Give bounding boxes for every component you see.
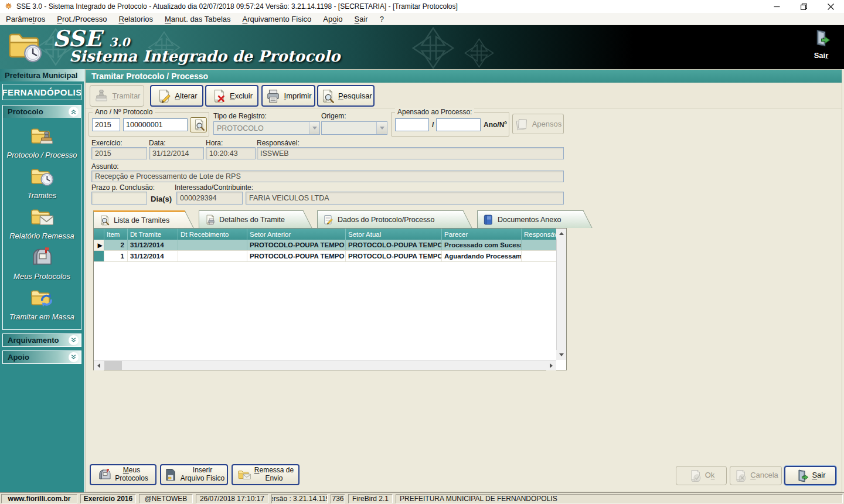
- sidebar-item-meus-protocolos[interactable]: Meus Protocolos: [3, 243, 81, 283]
- dias-label: Dia(s): [151, 195, 172, 203]
- table-row[interactable]: ▶ 2 31/12/2014 PROTOCOLO-POUPA TEMPO PRO…: [94, 240, 556, 251]
- document-magnifier-icon: [98, 214, 110, 226]
- scroll-right-arrow-icon[interactable]: [546, 360, 556, 370]
- sidebar: Prefeitura Municipal FERNANDÓPOLIS Proto…: [0, 69, 85, 492]
- numero-protocolo-input[interactable]: [123, 118, 188, 131]
- scroll-up-arrow-icon[interactable]: [556, 229, 566, 239]
- tipo-registro-select[interactable]: PROTOCOLO: [213, 121, 320, 135]
- apensado-group: Apensado ao Processo: / Ano/Nº: [391, 112, 509, 137]
- menu-prot-processo[interactable]: Prot./Processo: [51, 13, 113, 25]
- double-chevron-down-icon: [70, 336, 77, 344]
- column-header-item[interactable]: Item: [104, 229, 128, 240]
- column-header-setor-anterior[interactable]: Setor Anterior: [247, 229, 346, 240]
- document-red-x-icon: [211, 88, 226, 104]
- tramites-table: Item Dt Tramite Dt Recebimento Setor Ant…: [93, 228, 567, 370]
- scroll-left-arrow-icon[interactable]: [94, 360, 104, 370]
- menu-bar: Parâmetros Prot./Processo Relatorios Man…: [0, 13, 844, 25]
- sidebar-section-protocolo-header[interactable]: Protocolo: [3, 105, 81, 118]
- column-header-dt-recebimento[interactable]: Dt Recebimento: [178, 229, 247, 240]
- tramitar-button[interactable]: Tramitar: [90, 85, 144, 107]
- horizontal-scrollbar[interactable]: [94, 360, 556, 370]
- double-chevron-down-icon: [70, 353, 77, 361]
- sair-button[interactable]: Sair: [784, 466, 836, 485]
- printer-icon: [266, 88, 281, 104]
- menu-arquivamento-fisico[interactable]: Arquivamento Fisico: [237, 13, 318, 25]
- table-row[interactable]: 1 31/12/2014 PROTOCOLO-POUPA TEMPO PROTO…: [94, 251, 556, 262]
- apensos-button[interactable]: Apensos: [512, 114, 564, 134]
- hora-label: Hora:: [206, 139, 223, 147]
- data-value: 31/12/2014: [149, 147, 204, 159]
- pesquisar-button[interactable]: Pesquisar: [317, 85, 375, 107]
- meus-protocolos-button[interactable]: MeusProtocolos: [90, 464, 156, 485]
- scrollbar-thumb[interactable]: [104, 361, 122, 370]
- scroll-down-arrow-icon[interactable]: [556, 350, 566, 360]
- menu-manut-tabelas[interactable]: Manut. das Tabelas: [159, 13, 237, 25]
- expand-section-button[interactable]: [69, 335, 79, 345]
- column-header-setor-atual[interactable]: Setor Atual: [346, 229, 442, 240]
- tab-lista-de-tramites[interactable]: Lista de Tramites: [93, 210, 181, 228]
- menu-sair[interactable]: Sair: [349, 13, 374, 25]
- menu-apoio[interactable]: Apoio: [317, 13, 348, 25]
- ano-numero-protocolo-group: Ano / Nº Protocolo: [89, 112, 209, 137]
- excluir-button[interactable]: Excluir: [205, 85, 258, 107]
- exercicio-label: Exercício:: [91, 139, 122, 147]
- table-header-indicator: [94, 229, 104, 240]
- column-header-dt-tramite[interactable]: Dt Tramite: [128, 229, 178, 240]
- restore-button[interactable]: [790, 0, 817, 13]
- remessa-de-envio-button[interactable]: Remessa deEnvio: [232, 464, 300, 485]
- menu-parametros[interactable]: Parâmetros: [0, 13, 51, 25]
- status-user: @NETOWEB: [139, 494, 193, 503]
- origem-select[interactable]: [321, 121, 387, 135]
- status-website[interactable]: www.fiorilli.com.br: [1, 494, 77, 503]
- tab-detalhes-do-tramite[interactable]: Detalhes do Tramite: [199, 210, 300, 228]
- buscar-protocolo-button[interactable]: [190, 117, 207, 132]
- status-bar: www.fiorilli.com.br Exercício 2016 @NETO…: [0, 492, 844, 504]
- ok-button[interactable]: Ok: [676, 466, 727, 485]
- column-header-responsavel[interactable]: Responsável: [522, 229, 556, 240]
- tab-dados-do-protocolo-processo[interactable]: Dados do Protocolo/Processo: [317, 210, 460, 228]
- sidebar-org-header: Prefeitura Municipal: [0, 69, 84, 81]
- sidebar-item-tramites[interactable]: Tramites: [3, 162, 81, 202]
- ano-input[interactable]: [92, 118, 120, 131]
- vertical-scrollbar[interactable]: [556, 229, 566, 360]
- window-titlebar: SSE 3.0 - Sistema Integrado de Protocolo…: [0, 0, 844, 13]
- column-header-parecer[interactable]: Parecer: [442, 229, 522, 240]
- apensado-ano-input[interactable]: [395, 118, 429, 131]
- inserir-arquivo-fisico-button[interactable]: InserirArquivo Fisico: [160, 464, 228, 485]
- interessado-nome-value: FARIA VEICULOS LTDA: [246, 192, 564, 205]
- collapse-section-button[interactable]: [69, 107, 79, 117]
- expand-section-button[interactable]: [69, 352, 79, 362]
- cancela-button[interactable]: Cancela: [730, 466, 782, 485]
- interessado-label: Interessado/Contribuinte:: [175, 183, 253, 192]
- sidebar-section-protocolo: Protocolo Protocolo / Processo Tramites …: [2, 105, 81, 330]
- window-controls: [763, 0, 844, 13]
- sidebar-section-arquivamento[interactable]: Arquivamento: [2, 333, 81, 347]
- sidebar-section-apoio[interactable]: Apoio: [2, 350, 81, 364]
- app-icon: [4, 2, 13, 11]
- logo-subtitle: Sistema Integrado de Protocolo: [69, 47, 340, 65]
- page-title: Tramitar Protocolo / Processo: [86, 70, 842, 83]
- dropdown-arrow-icon: [309, 122, 319, 134]
- stamp-icon: [94, 88, 109, 104]
- tab-documentos-anexo[interactable]: Documentos Anexo: [477, 210, 580, 228]
- prazo-conclusao-value: [91, 192, 147, 205]
- exit-door-icon: [795, 469, 809, 483]
- dropdown-arrow-icon: [376, 122, 387, 134]
- apensado-numero-input[interactable]: [436, 118, 481, 131]
- banner-exit-button[interactable]: Sair: [806, 29, 836, 60]
- apensado-legend: Apensado ao Processo:: [395, 108, 474, 116]
- menu-relatorios[interactable]: Relatorios: [113, 13, 159, 25]
- row-indicator: [94, 251, 104, 261]
- alterar-button[interactable]: Alterar: [150, 85, 203, 107]
- menu-help[interactable]: ?: [374, 13, 390, 25]
- ano-numero-protocolo-legend: Ano / Nº Protocolo: [93, 108, 155, 116]
- folder-stamp-icon: [29, 124, 55, 148]
- sidebar-item-protocolo-processo[interactable]: Protocolo / Processo: [3, 121, 81, 162]
- window-title: SSE 3.0 - Sistema Integrado de Protocolo…: [16, 2, 458, 11]
- close-button[interactable]: [817, 0, 844, 13]
- row-selected-indicator-icon: ▶: [94, 240, 104, 250]
- sidebar-item-relatorio-remessa[interactable]: Relatório Remessa: [3, 202, 81, 243]
- minimize-button[interactable]: [763, 0, 790, 13]
- sidebar-item-tramitar-em-massa[interactable]: Tramitar em Massa: [3, 283, 81, 323]
- imprimir-button[interactable]: Imprimir: [261, 85, 315, 107]
